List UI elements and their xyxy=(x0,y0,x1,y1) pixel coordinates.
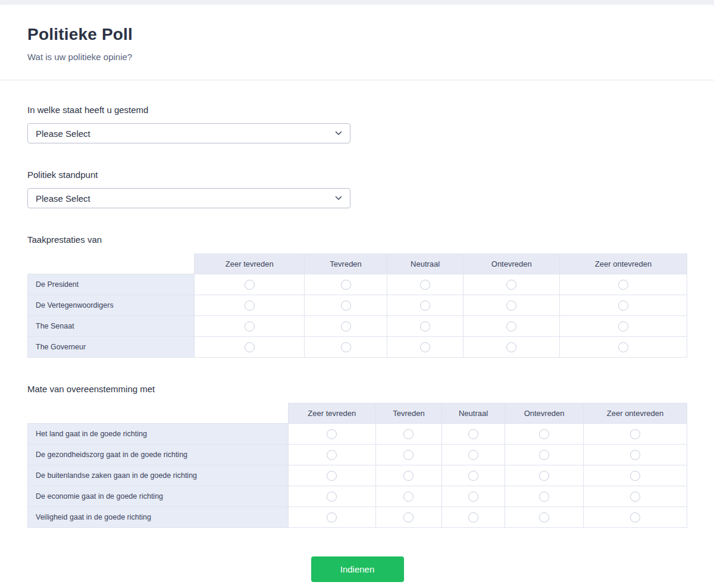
radio-button[interactable] xyxy=(539,492,549,502)
radio-button[interactable] xyxy=(403,492,414,502)
radio-button[interactable] xyxy=(539,450,549,460)
radio-button[interactable] xyxy=(539,512,549,523)
radio-cell[interactable] xyxy=(288,507,375,528)
radio-cell[interactable] xyxy=(305,274,387,295)
radio-button[interactable] xyxy=(506,342,516,352)
stance-select[interactable]: Please Select xyxy=(27,188,350,208)
matrix2-header-row: Zeer tevreden Tevreden Neutraal Ontevred… xyxy=(28,404,687,424)
radio-button[interactable] xyxy=(506,280,516,290)
radio-button[interactable] xyxy=(403,512,414,523)
form-subtitle: Wat is uw politieke opinie? xyxy=(27,52,687,62)
radio-cell[interactable] xyxy=(376,445,442,465)
radio-cell[interactable] xyxy=(387,337,464,358)
matrix-row-label: The Senaat xyxy=(28,316,195,337)
radio-cell[interactable] xyxy=(584,445,687,465)
radio-cell[interactable] xyxy=(464,316,560,337)
radio-cell[interactable] xyxy=(387,274,464,295)
radio-button[interactable] xyxy=(468,450,478,460)
radio-cell[interactable] xyxy=(195,274,305,295)
radio-button[interactable] xyxy=(327,492,337,502)
radio-button[interactable] xyxy=(403,429,414,439)
radio-cell[interactable] xyxy=(560,316,687,337)
radio-button[interactable] xyxy=(327,512,337,523)
radio-button[interactable] xyxy=(630,512,640,523)
radio-button[interactable] xyxy=(618,301,628,311)
radio-button[interactable] xyxy=(245,280,255,290)
radio-cell[interactable] xyxy=(505,465,584,486)
radio-button[interactable] xyxy=(420,321,430,331)
radio-cell[interactable] xyxy=(305,316,387,337)
radio-cell[interactable] xyxy=(305,295,387,316)
radio-button[interactable] xyxy=(630,492,640,502)
radio-button[interactable] xyxy=(618,342,628,352)
radio-button[interactable] xyxy=(539,471,549,481)
radio-cell[interactable] xyxy=(464,295,560,316)
radio-cell[interactable] xyxy=(305,337,387,358)
form-body: In welke staat heeft u gestemd Please Se… xyxy=(0,80,714,588)
state-select[interactable]: Please Select xyxy=(27,123,350,143)
matrix-row: The Senaat xyxy=(28,316,687,337)
radio-button[interactable] xyxy=(618,280,628,290)
radio-button[interactable] xyxy=(506,301,516,311)
radio-cell[interactable] xyxy=(288,465,375,486)
matrix-row-label: De economie gaat in de goede richting xyxy=(28,486,289,507)
radio-button[interactable] xyxy=(327,471,337,481)
radio-button[interactable] xyxy=(506,321,516,331)
radio-cell[interactable] xyxy=(441,507,505,528)
radio-button[interactable] xyxy=(403,450,414,460)
radio-button[interactable] xyxy=(468,471,478,481)
radio-cell[interactable] xyxy=(560,337,687,358)
radio-button[interactable] xyxy=(420,342,430,352)
radio-button[interactable] xyxy=(341,321,351,331)
radio-cell[interactable] xyxy=(195,337,305,358)
radio-button[interactable] xyxy=(630,429,640,439)
radio-cell[interactable] xyxy=(288,486,375,507)
radio-button[interactable] xyxy=(245,301,255,311)
radio-cell[interactable] xyxy=(584,486,687,507)
radio-cell[interactable] xyxy=(441,445,505,465)
radio-cell[interactable] xyxy=(441,486,505,507)
radio-button[interactable] xyxy=(468,492,478,502)
radio-cell[interactable] xyxy=(505,424,584,445)
radio-cell[interactable] xyxy=(584,424,687,445)
radio-cell[interactable] xyxy=(376,486,442,507)
radio-cell[interactable] xyxy=(387,295,464,316)
radio-button[interactable] xyxy=(468,429,478,439)
radio-cell[interactable] xyxy=(195,295,305,316)
radio-button[interactable] xyxy=(630,450,640,460)
radio-button[interactable] xyxy=(245,321,255,331)
radio-cell[interactable] xyxy=(505,486,584,507)
submit-button[interactable]: Indienen xyxy=(311,556,404,582)
radio-cell[interactable] xyxy=(387,316,464,337)
radio-button[interactable] xyxy=(327,450,337,460)
radio-button[interactable] xyxy=(539,429,549,439)
radio-cell[interactable] xyxy=(441,465,505,486)
radio-button[interactable] xyxy=(341,280,351,290)
radio-button[interactable] xyxy=(420,301,430,311)
radio-cell[interactable] xyxy=(376,507,442,528)
matrix-row: Veiligheid gaat in de goede richting xyxy=(28,507,687,528)
radio-cell[interactable] xyxy=(505,507,584,528)
radio-button[interactable] xyxy=(341,342,351,352)
radio-cell[interactable] xyxy=(464,337,560,358)
radio-button[interactable] xyxy=(420,280,430,290)
radio-cell[interactable] xyxy=(441,424,505,445)
radio-cell[interactable] xyxy=(505,445,584,465)
radio-button[interactable] xyxy=(327,429,337,439)
radio-cell[interactable] xyxy=(560,274,687,295)
radio-button[interactable] xyxy=(341,301,351,311)
radio-button[interactable] xyxy=(630,471,640,481)
radio-cell[interactable] xyxy=(464,274,560,295)
radio-cell[interactable] xyxy=(584,465,687,486)
radio-cell[interactable] xyxy=(584,507,687,528)
radio-cell[interactable] xyxy=(376,424,442,445)
radio-cell[interactable] xyxy=(560,295,687,316)
radio-button[interactable] xyxy=(403,471,414,481)
radio-cell[interactable] xyxy=(288,445,375,465)
radio-button[interactable] xyxy=(468,512,478,523)
radio-button[interactable] xyxy=(245,342,255,352)
radio-cell[interactable] xyxy=(376,465,442,486)
radio-cell[interactable] xyxy=(288,424,375,445)
radio-button[interactable] xyxy=(618,321,628,331)
radio-cell[interactable] xyxy=(195,316,305,337)
